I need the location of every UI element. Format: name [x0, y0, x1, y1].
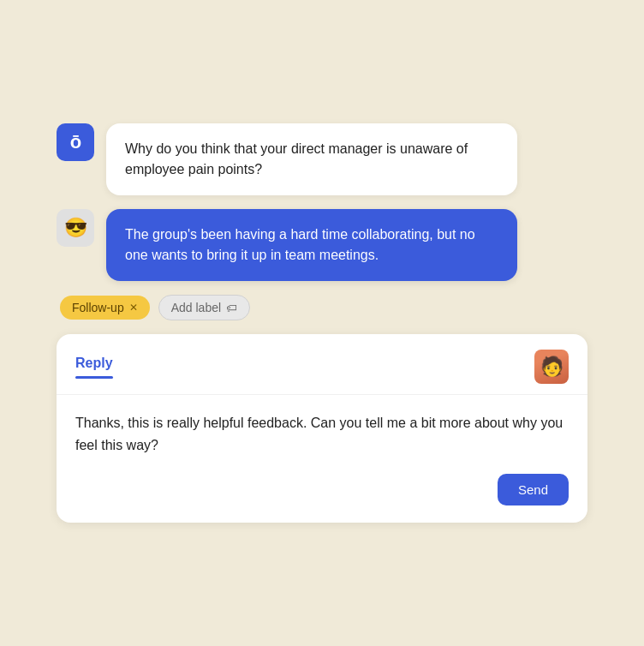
reply-header: Reply 🧑	[57, 334, 587, 384]
message-row-1: ō Why do you think that your direct mana…	[57, 123, 587, 195]
avatar-user-2: 😎	[57, 209, 94, 247]
reply-body-text: Thanks, this is really helpful feedback.…	[75, 416, 563, 452]
label-followup-text: Follow-up	[72, 301, 124, 314]
label-followup[interactable]: Follow-up ✕	[60, 296, 150, 320]
label-icon: 🏷	[226, 302, 237, 314]
reply-body[interactable]: Thanks, this is really helpful feedback.…	[57, 395, 587, 473]
add-label-button[interactable]: Add label 🏷	[158, 295, 250, 320]
reply-card: Reply 🧑 Thanks, this is really helpful f…	[57, 334, 587, 522]
avatar-icon-1: ō	[70, 131, 80, 153]
label-followup-remove[interactable]: ✕	[129, 302, 138, 314]
avatar-icon-2: 😎	[64, 217, 87, 239]
reply-tab-area: Reply	[75, 356, 113, 379]
send-button[interactable]: Send	[498, 474, 569, 505]
reply-footer: Send	[57, 474, 587, 523]
message-text-2: The group's been having a hard time coll…	[125, 227, 475, 262]
labels-row: Follow-up ✕ Add label 🏷	[57, 295, 587, 320]
message-row-2: 😎 The group's been having a hard time co…	[57, 209, 587, 281]
message-text-1: Why do you think that your direct manage…	[125, 141, 468, 176]
chat-container: ō Why do you think that your direct mana…	[57, 123, 587, 522]
message-bubble-2: The group's been having a hard time coll…	[106, 209, 517, 281]
message-bubble-1: Why do you think that your direct manage…	[106, 123, 517, 195]
add-label-text: Add label	[171, 301, 221, 314]
reply-tab-underline	[75, 376, 113, 379]
reply-tab-label[interactable]: Reply	[75, 356, 113, 376]
reply-user-avatar: 🧑	[534, 350, 569, 384]
avatar-user-1: ō	[57, 123, 94, 161]
